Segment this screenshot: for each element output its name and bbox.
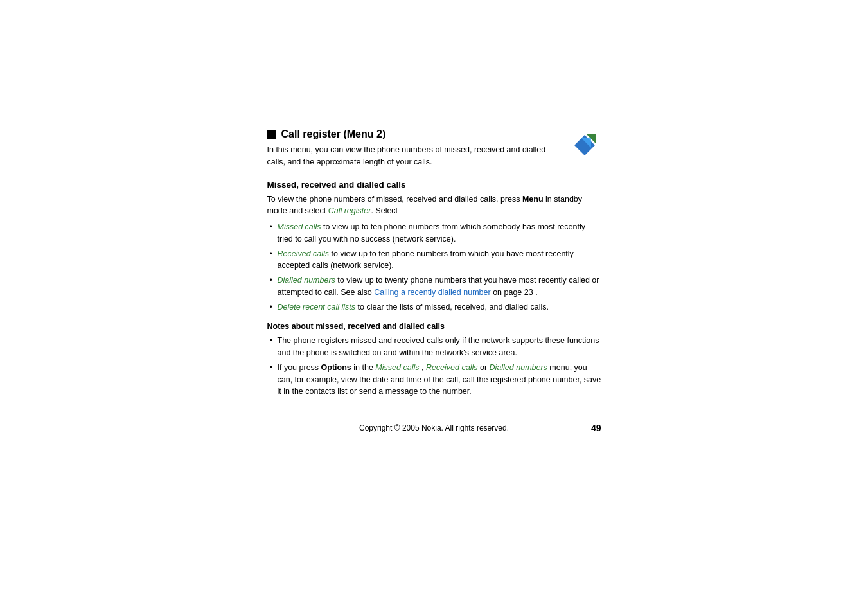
page-container: Call register (Menu 2) In this menu, you…: [0, 0, 868, 613]
intro-text: In this menu, you can view the phone num…: [267, 144, 562, 168]
section1-heading: Missed, received and dialled calls: [267, 180, 601, 190]
section1-intro-end: . Select: [371, 206, 398, 215]
dialled-page-ref-pre: on page: [493, 288, 524, 297]
section-title: Call register (Menu 2): [267, 129, 562, 140]
bullet-item-dialled-numbers: Dialled numbers to view up to twenty pho…: [267, 274, 601, 299]
dialled-page-ref: 23: [524, 288, 533, 297]
section1-call-register-link[interactable]: Call register: [328, 206, 371, 215]
missed-calls-text: to view up to ten phone numbers from whi…: [278, 222, 585, 244]
delete-calls-text: to clear the lists of missed, received, …: [358, 303, 549, 312]
missed-calls-link[interactable]: Missed calls: [278, 222, 321, 231]
options-note-pre: If you press: [278, 363, 321, 372]
bullet-item-options-note: If you press Options in the Missed calls…: [267, 362, 601, 398]
bullet-item-missed-calls: Missed calls to view up to ten phone num…: [267, 221, 601, 245]
options-missed-calls-link[interactable]: Missed calls: [375, 363, 419, 372]
section1-intro-text: To view the phone numbers of missed, rec…: [267, 195, 522, 204]
page-title: Call register (Menu 2): [281, 129, 386, 140]
content-area: Call register (Menu 2) In this menu, you…: [267, 129, 601, 432]
section1-intro: To view the phone numbers of missed, rec…: [267, 193, 601, 218]
footer-page-number: 49: [591, 423, 601, 433]
dialled-period: .: [535, 288, 537, 297]
header-row: Call register (Menu 2) In this menu, you…: [267, 129, 601, 168]
recently-dialled-link[interactable]: Calling a recently dialled number: [374, 288, 490, 297]
options-sep2: or: [480, 363, 490, 372]
bullet-list-2: The phone registers missed and received …: [267, 335, 601, 398]
footer: Copyright © 2005 Nokia. All rights reser…: [267, 423, 601, 432]
nokia-icon: [568, 129, 601, 162]
delete-recent-calls-link[interactable]: Delete recent call lists: [278, 303, 356, 312]
options-note-mid: in the: [353, 363, 375, 372]
bullet-list-1: Missed calls to view up to ten phone num…: [267, 221, 601, 313]
header-text-block: Call register (Menu 2) In this menu, you…: [267, 129, 562, 168]
dialled-numbers-link[interactable]: Dialled numbers: [278, 276, 335, 285]
bullet-item-delete-calls: Delete recent call lists to clear the li…: [267, 301, 601, 314]
bullet-item-network-note: The phone registers missed and received …: [267, 335, 601, 359]
section1-menu-bold: Menu: [522, 195, 544, 204]
options-received-calls-link[interactable]: Received calls: [426, 363, 478, 372]
section2-heading: Notes about missed, received and dialled…: [267, 322, 601, 331]
bullet-item-received-calls: Received calls to view up to ten phone n…: [267, 248, 601, 272]
options-sep1: ,: [421, 363, 426, 372]
footer-copyright: Copyright © 2005 Nokia. All rights reser…: [267, 423, 601, 432]
options-dialled-numbers-link[interactable]: Dialled numbers: [490, 363, 547, 372]
network-note-text: The phone registers missed and received …: [278, 336, 599, 357]
options-bold: Options: [321, 363, 351, 372]
nokia-icon-svg: [568, 129, 601, 162]
received-calls-link[interactable]: Received calls: [278, 249, 330, 258]
black-square-icon: [267, 130, 276, 139]
